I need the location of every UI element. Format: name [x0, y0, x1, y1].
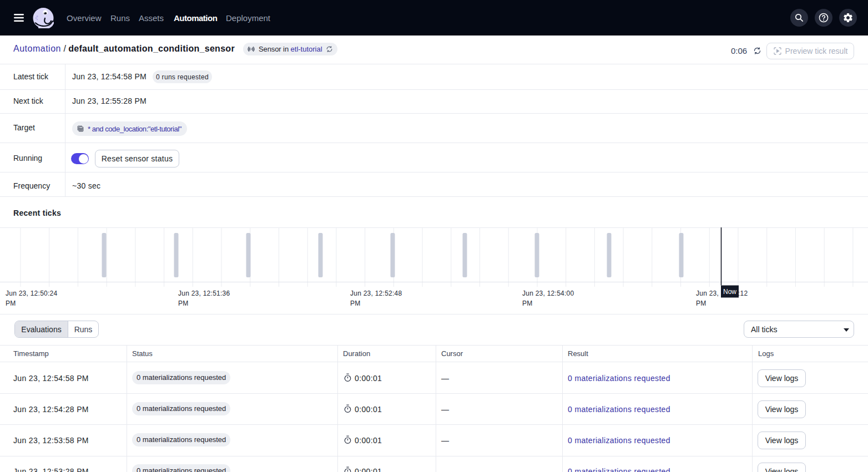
svg-text:Now: Now: [723, 288, 736, 296]
